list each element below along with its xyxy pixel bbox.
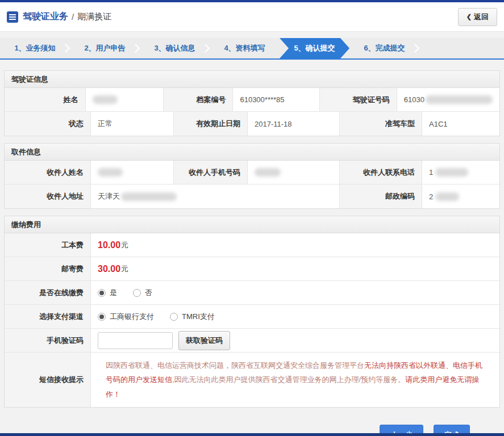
postage-fee-amount: 30.00: [98, 264, 120, 274]
section-title-license: 驾驶证信息: [5, 71, 499, 88]
notice-segment: ,因此无法向此类用户提供陕西省交通管理业务的网上办理/预约等服务。: [172, 375, 405, 384]
step-separator-icon: [61, 44, 70, 53]
channel-tmri-option[interactable]: TMRI支付: [170, 312, 215, 322]
online-pay-no-label: 否: [145, 288, 152, 298]
section-pickup-info: 取件信息 收件人姓名 收件人手机号码 收件人联系电话 1 收件人地址 天津天 邮…: [4, 143, 500, 209]
redacted-blur: [93, 95, 118, 104]
cost-fee-label: 工本费: [5, 233, 91, 257]
recipient-phone-prefix: 1: [429, 168, 433, 177]
breadcrumb-current: 期满换证: [77, 11, 111, 22]
step-5-confirm-submit: 5、确认提交: [280, 38, 349, 58]
recipient-mobile-value: [248, 161, 340, 184]
back-chevron-icon: ❮: [466, 13, 472, 20]
table-row: 状态 正常 有效期止日期 2017-11-18 准驾车型 A1C1: [5, 112, 499, 136]
sms-code-field: 获取验证码: [91, 329, 499, 352]
zip-label: 邮政编码: [340, 185, 422, 208]
expiry-label: 有效期止日期: [174, 112, 248, 136]
steps-progress-bar: 1、业务须知 2、用户申告 3、确认信息 4、资料填写 5、确认提交 6、完成提…: [0, 38, 504, 60]
table-row: 姓名 档案编号 610300****85 驾驶证号码 61030: [5, 88, 499, 112]
radio-unchecked-icon[interactable]: [133, 289, 141, 297]
cost-fee-value: 10.00 元: [91, 233, 499, 257]
vehicle-type-label: 准驾车型: [340, 112, 422, 136]
pay-channel-label: 选择支付渠道: [5, 305, 91, 328]
radio-checked-icon[interactable]: [98, 313, 106, 321]
zip-prefix: 2: [429, 192, 433, 201]
status-value: 正常: [91, 112, 174, 136]
expiry-value: 2017-11-18: [248, 112, 340, 136]
redacted-blur: [121, 192, 177, 201]
cost-fee-unit: 元: [121, 240, 128, 250]
recipient-name-value: [91, 161, 174, 184]
get-sms-code-button[interactable]: 获取验证码: [178, 331, 230, 350]
page-title: 驾驶证业务: [23, 11, 68, 23]
redacted-blur: [435, 192, 459, 201]
radio-checked-icon[interactable]: [98, 289, 106, 297]
license-no-value: 61030: [397, 88, 499, 111]
recipient-phone-value: 1: [422, 161, 499, 184]
table-row: 工本费 10.00 元: [5, 233, 499, 257]
redacted-blur: [255, 168, 281, 177]
address-label: 收件人地址: [5, 185, 91, 208]
back-button-label: 返回: [474, 12, 489, 22]
pay-channel-options: 工商银行支付 TMRI支付: [91, 305, 499, 328]
online-pay-yes-option[interactable]: 是: [98, 288, 117, 298]
channel-tmri-label: TMRI支付: [182, 312, 215, 322]
sms-notice-text: 因陕西省联通、电信运营商技术问题，陕西省互联网交通安全综合服务管理平台无法向持陕…: [98, 353, 493, 407]
online-pay-yes-label: 是: [110, 288, 117, 298]
sms-notice-label: 短信接收提示: [5, 353, 91, 407]
channel-icbc-label: 工商银行支付: [110, 312, 154, 322]
license-no-prefix: 61030: [404, 95, 424, 104]
table-row: 手机验证码 获取验证码: [5, 329, 499, 353]
file-no-label: 档案编号: [164, 88, 233, 111]
file-no-value: 610300****85: [233, 88, 319, 111]
license-service-icon: [7, 11, 18, 23]
breadcrumb-separator: /: [72, 12, 74, 22]
sms-notice-value: 因陕西省联通、电信运营商技术问题，陕西省互联网交通安全综合服务管理平台无法向持陕…: [91, 353, 499, 407]
step-separator-icon: [201, 44, 210, 53]
sms-code-input[interactable]: [98, 332, 173, 349]
section-title-pickup: 取件信息: [5, 144, 499, 161]
vehicle-type-value: A1C1: [422, 112, 499, 136]
step-3-confirm-info: 3、确认信息: [140, 38, 210, 58]
redacted-blur: [426, 95, 493, 104]
header: 驾驶证业务 / 期满换证 ❮ 返回: [0, 2, 504, 32]
cost-fee-amount: 10.00: [98, 240, 120, 250]
back-button[interactable]: ❮ 返回: [458, 8, 497, 26]
section-license-info: 驾驶证信息 姓名 档案编号 610300****85 驾驶证号码 61030 状…: [4, 70, 500, 136]
address-value: 天津天: [91, 185, 340, 208]
online-pay-options: 是 否: [91, 281, 499, 304]
table-row: 是否在线缴费 是 否: [5, 281, 499, 305]
step-separator-icon: [411, 44, 420, 53]
postage-fee-value: 30.00 元: [91, 257, 499, 280]
name-value: [86, 88, 164, 111]
table-row: 选择支付渠道 工商银行支付 TMRI支付: [5, 305, 499, 329]
name-label: 姓名: [5, 88, 86, 111]
status-label: 状态: [5, 112, 91, 136]
table-row: 收件人地址 天津天 邮政编码 2: [5, 185, 499, 208]
step-6-complete-submit: 6、完成提交: [349, 38, 419, 58]
channel-icbc-option[interactable]: 工商银行支付: [98, 312, 154, 322]
online-pay-label: 是否在线缴费: [5, 281, 91, 304]
online-pay-no-option[interactable]: 否: [133, 288, 152, 298]
redacted-blur: [98, 168, 123, 177]
section-title-fees: 缴纳费用: [5, 216, 499, 233]
section-fees: 缴纳费用 工本费 10.00 元 邮寄费 30.00 元 是否在线缴费 是: [4, 216, 500, 408]
table-row: 邮寄费 30.00 元: [5, 257, 499, 281]
steps-filler: [419, 38, 504, 58]
radio-unchecked-icon[interactable]: [170, 313, 178, 321]
step-4-fill-materials: 4、资料填写: [210, 38, 280, 58]
bottom-accent-bar: [0, 433, 504, 436]
table-row: 短信接收提示 因陕西省联通、电信运营商技术问题，陕西省互联网交通安全综合服务管理…: [5, 353, 499, 407]
zip-value: 2: [422, 185, 499, 208]
recipient-mobile-label: 收件人手机号码: [174, 161, 248, 184]
page: 驾驶证业务 / 期满换证 ❮ 返回 1、业务须知 2、用户申告 3、确认信息 4…: [0, 0, 504, 436]
postage-fee-label: 邮寄费: [5, 257, 91, 280]
notice-segment: 因陕西省联通、电信运营商技术问题，陕西省互联网交通安全综合服务管理平台: [106, 361, 364, 370]
redacted-blur: [435, 168, 468, 177]
recipient-name-label: 收件人姓名: [5, 161, 91, 184]
recipient-phone-label: 收件人联系电话: [340, 161, 422, 184]
postage-fee-unit: 元: [121, 264, 128, 274]
address-prefix: 天津天: [98, 191, 120, 202]
step-2-user-declaration: 2、用户申告: [70, 38, 140, 58]
step-1-business-notice: 1、业务须知: [0, 38, 70, 58]
